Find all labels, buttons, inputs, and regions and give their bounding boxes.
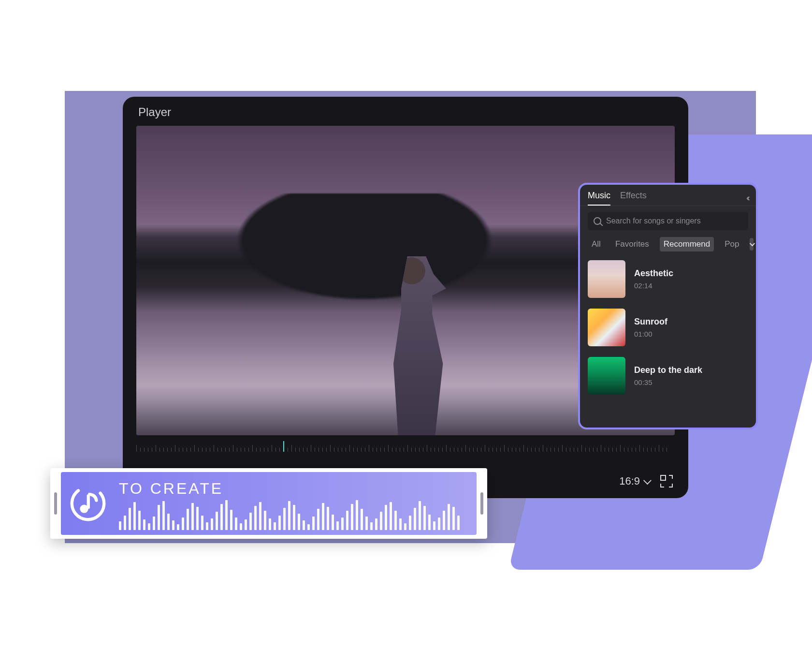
track-duration: 00:35 [634,378,702,386]
tab-effects[interactable]: Effects [620,191,647,206]
clip-handle-right[interactable] [480,492,483,515]
filter-all[interactable]: All [588,237,605,251]
filter-pop[interactable]: Pop [721,237,743,251]
svg-rect-2 [87,494,90,509]
collapse-panel-icon[interactable]: ‹‹ [746,193,748,203]
track-duration: 02:14 [634,281,673,290]
tab-music[interactable]: Music [588,191,610,206]
clip-title: TO CREATE [119,480,223,498]
clip-handle-left[interactable] [54,492,57,515]
audio-clip[interactable]: TO CREATE [50,468,487,539]
track-thumbnail [588,260,625,298]
music-panel-header: Music Effects ‹‹ [580,185,756,206]
track-list: Aesthetic 02:14 Sunroof 01:00 Deep to th… [580,258,756,397]
music-panel: Music Effects ‹‹ All Favorites Recommend… [578,183,758,429]
chevron-down-icon [643,476,652,485]
chevron-down-icon [750,241,755,246]
track-name: Deep to the dark [634,365,702,375]
aspect-ratio-selector[interactable]: 16:9 [619,475,650,488]
track-thumbnail [588,357,625,395]
track-thumbnail [588,309,625,346]
track-name: Aesthetic [634,268,673,279]
track-item[interactable]: Aesthetic 02:14 [588,260,748,298]
search-input[interactable] [606,217,742,225]
search-icon [594,217,601,225]
aspect-ratio-label: 16:9 [619,475,640,488]
filter-row: All Favorites Recommend Pop [580,237,756,258]
track-item[interactable]: Deep to the dark 00:35 [588,357,748,395]
search-bar[interactable] [588,212,748,230]
track-duration: 01:00 [634,330,667,338]
divider [580,206,756,206]
music-panel-tabs: Music Effects [588,191,647,206]
track-item[interactable]: Sunroof 01:00 [588,309,748,346]
clip-body[interactable]: TO CREATE [61,472,477,535]
filter-favorites[interactable]: Favorites [611,237,653,251]
track-meta: Aesthetic 02:14 [634,268,673,290]
app-stage: Player 16:9 Music Effects ‹‹ [65,91,756,543]
more-filters-button[interactable] [750,238,754,251]
track-meta: Deep to the dark 00:35 [634,365,702,386]
track-meta: Sunroof 01:00 [634,317,667,338]
fullscreen-icon[interactable] [660,475,673,488]
music-note-icon [70,485,106,522]
track-name: Sunroof [634,317,667,327]
timeline-ruler[interactable] [136,441,675,452]
waveform [119,499,472,530]
preview-landmass [199,193,566,310]
player-title: Player [138,105,171,119]
filter-recommend[interactable]: Recommend [660,237,714,251]
